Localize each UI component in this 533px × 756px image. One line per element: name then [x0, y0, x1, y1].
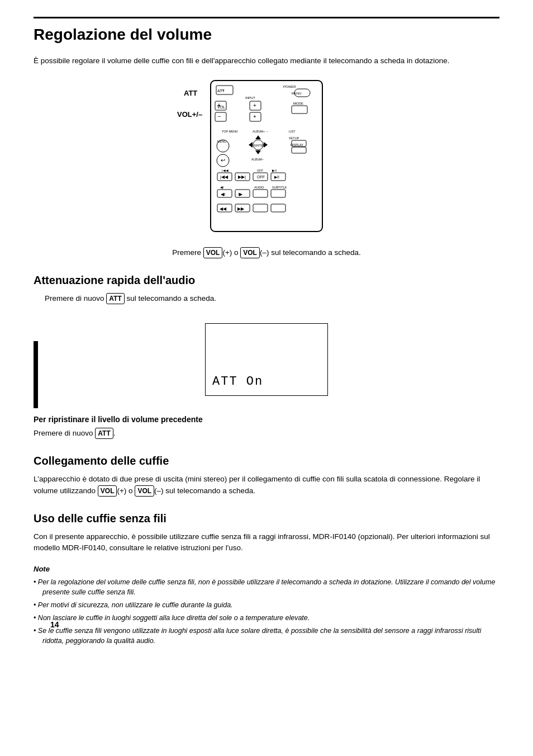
page-number: 14 [50, 619, 59, 631]
svg-text:▶II: ▶II [274, 175, 279, 179]
collegamento-text: L'apparecchio è dotato di due prese di u… [34, 474, 499, 497]
svg-text:SETUP: SETUP [289, 136, 299, 140]
remote-svg: ATT → POWER MENU INPUT VOL + + MODE − + [205, 78, 328, 234]
instruction-vol: Premere VOL(+) o VOL(–) sul telecomando … [34, 247, 499, 258]
svg-text:POWER: POWER [283, 85, 296, 88]
vol-plus-kbd2: VOL [98, 485, 117, 497]
att-instruction: Premere di nuovo ATT sul telecomando a s… [45, 293, 499, 304]
intro-text: È possibile regolare il volume delle cuf… [34, 55, 499, 67]
svg-marker-27 [255, 150, 261, 154]
svg-text:TOP MENU: TOP MENU [222, 130, 238, 133]
svg-text:▶▶: ▶▶ [237, 206, 245, 211]
svg-text:AUDIO: AUDIO [254, 186, 264, 189]
svg-text:◀I: ◀I [221, 192, 225, 197]
svg-text:+: + [253, 114, 256, 120]
att-kbd: ATT [106, 293, 124, 304]
svg-text:MODE: MODE [293, 102, 303, 105]
svg-text:→: → [220, 87, 225, 93]
svg-text:OFF: OFF [257, 175, 265, 179]
svg-text:OFF: OFF [257, 169, 264, 172]
svg-rect-62 [271, 204, 285, 212]
usocuffie-text: Con il presente apparecchio, è possibile… [34, 531, 499, 554]
vol-minus-kbd: VOL [240, 247, 260, 258]
svg-text:|◀◀: |◀◀ [220, 174, 229, 179]
section-usocuffie-title: Uso delle cuffie senza fili [34, 510, 499, 527]
subsection-ripristinare-title: Per ripristinare il livello di volume pr… [34, 414, 499, 426]
svg-text:+: + [217, 102, 221, 108]
svg-rect-33 [292, 147, 306, 153]
svg-text:LIST: LIST [289, 130, 296, 133]
remote-diagram-container: ATT VOL+/– ATT → POWER MENU INPUT VOL + … [34, 78, 499, 238]
section-attenuazione-title: Attenuazione rapida dell'audio [34, 272, 499, 289]
svg-text:SUBTITLE: SUBTITLE [272, 186, 287, 189]
svg-text:ENTER: ENTER [254, 144, 266, 147]
svg-marker-28 [249, 142, 253, 148]
svg-text:ALBUM−: ALBUM− [251, 158, 264, 161]
vol-label: VOL+/– [177, 109, 202, 120]
svg-text:MENU: MENU [292, 92, 302, 95]
svg-text:DISPLAY: DISPLAY [291, 143, 303, 147]
note-item: Per la regolazione del volume delle cuff… [34, 577, 499, 597]
att-display: ATT On [205, 323, 328, 396]
note-list: Per la regolazione del volume delle cuff… [34, 577, 499, 646]
vol-plus-kbd: VOL [203, 247, 223, 258]
svg-rect-61 [253, 204, 268, 212]
svg-text:INPUT: INPUT [245, 96, 255, 100]
svg-text:▶▶|: ▶▶| [238, 174, 246, 179]
svg-text:ALBUM+  ←: ALBUM+ ← [253, 130, 269, 133]
note-item: Per motivi di sicurezza, non utilizzare … [34, 600, 499, 610]
section-collegamento-title: Collegamento delle cuffie [34, 452, 499, 469]
svg-text:+: + [253, 102, 256, 108]
note-item: Non lasciare le cuffie in luoghi soggett… [34, 613, 499, 623]
svg-text:↩: ↩ [221, 157, 225, 163]
svg-text:◀I: ◀I [220, 186, 224, 189]
svg-text:▶II: ▶II [272, 169, 277, 172]
remote-diagram: ATT VOL+/– ATT → POWER MENU INPUT VOL + … [205, 78, 328, 238]
svg-text:−: − [218, 114, 221, 120]
att-label: ATT [184, 88, 197, 99]
vol-minus-kbd2: VOL [135, 485, 154, 497]
subsection-ripristinare-text: Premere di nuovo ATT. [34, 428, 499, 439]
svg-text:|◀◀: |◀◀ [222, 169, 229, 172]
svg-rect-54 [253, 190, 268, 197]
att-kbd-2: ATT [95, 428, 113, 439]
note-item: Se le cuffie senza fili vengono utilizza… [34, 626, 499, 646]
note-section: Note Per la regolazione del volume delle… [34, 564, 499, 646]
svg-marker-26 [255, 135, 261, 139]
att-display-text: ATT On [212, 372, 263, 391]
svg-text:I▶: I▶ [238, 192, 243, 197]
svg-rect-14 [292, 106, 307, 114]
note-label: Note [34, 564, 499, 575]
page-title: Regolazione del volume [34, 17, 499, 46]
svg-text:◀◀: ◀◀ [220, 206, 227, 211]
svg-rect-56 [271, 190, 285, 197]
left-bar [34, 341, 38, 408]
